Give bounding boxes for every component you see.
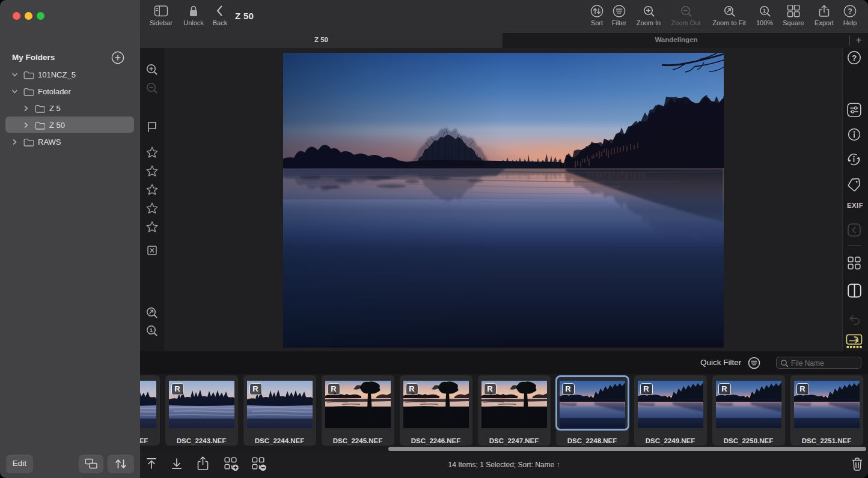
svg-text:1: 1 — [150, 327, 153, 333]
svg-text:?: ? — [848, 7, 852, 16]
svg-text:?: ? — [852, 53, 857, 62]
svg-text:1: 1 — [763, 7, 766, 14]
